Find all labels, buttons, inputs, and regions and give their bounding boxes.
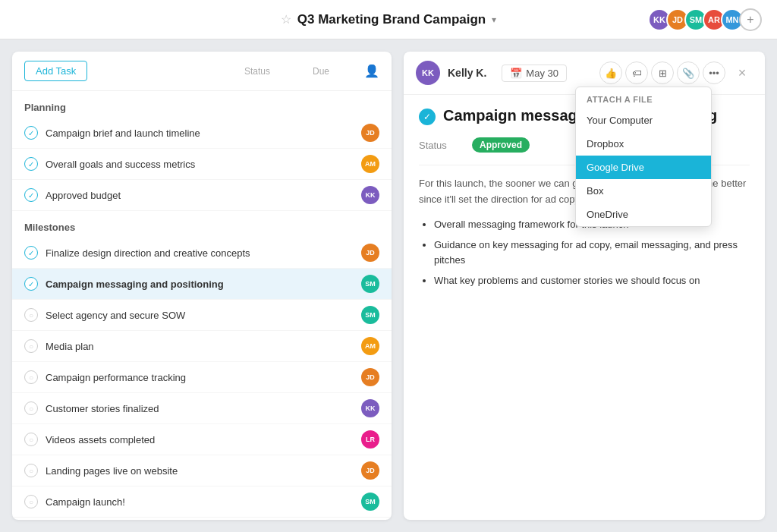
attach-file-dropdown: ATTACH A FILE Your Computer Dropbox Goog… [575,87,712,227]
task-row[interactable]: ✓ Approved budget KK [12,180,392,211]
task-row[interactable]: ○ Customer stories finalized KK [12,393,392,424]
task-row[interactable]: ✓ Campaign brief and launch timeline JD [12,118,392,149]
page-title: Q3 Marketing Brand Campaign [297,12,486,27]
task-detail-panel: KK Kelly K. 📅 May 30 👍 🏷 ⊞ 📎 ••• × ✓ Cam… [404,52,765,520]
task-row[interactable]: ○ Select agency and secure SOW SM [12,300,392,331]
tag-button[interactable]: 🏷 [625,61,648,84]
add-task-button[interactable]: Add Task [24,61,87,81]
add-member-button[interactable]: + [739,8,762,31]
task-name: Media plan [46,341,361,352]
like-button[interactable]: 👍 [599,61,622,84]
complete-check-icon[interactable]: ✓ [419,109,436,125]
task-row[interactable]: ○ Campaign launch! SM [12,486,392,518]
due-column-header: Due [313,66,352,77]
attach-button[interactable]: 📎 [677,61,700,84]
task-row-active[interactable]: ✓ Campaign messaging and positioning SM [12,269,392,300]
task-row[interactable]: ✓ Overall goals and success metrics AM [12,149,392,180]
task-name: Campaign brief and launch timeline [46,127,361,139]
date-badge[interactable]: 📅 May 30 [502,65,567,82]
task-row[interactable]: ○ Campaign performance tracking JD [12,362,392,393]
avatar: AM [361,155,379,173]
task-name: Campaign launch! [46,496,361,508]
avatar: AM [361,337,379,355]
status-badge: Approved [472,137,530,153]
list-item: Guidance on key messaging for ad copy, e… [434,238,750,267]
task-list-header: Add Task Status Due 👤 [12,52,392,91]
top-header: ☆ Q3 Marketing Brand Campaign ▾ KK JD SM… [0,0,777,39]
section-milestones: Milestones [12,211,392,238]
dropdown-item-onedrive[interactable]: OneDrive [576,203,711,226]
icon-toolbar: 👍 🏷 ⊞ 📎 ••• × [599,61,753,84]
check-icon[interactable]: ○ [24,433,38,446]
assign-icon[interactable]: 👤 [364,64,379,78]
chevron-down-icon[interactable]: ▾ [492,14,496,25]
dropdown-item-dropbox[interactable]: Dropbox [576,132,711,156]
avatar: KK [361,399,379,417]
check-icon[interactable]: ○ [24,370,38,384]
dropdown-item-box[interactable]: Box [576,179,711,203]
avatar-group: KK JD SM AR MN + [648,8,762,31]
close-button[interactable]: × [731,62,753,83]
task-name: Campaign performance tracking [46,372,361,383]
avatar: JD [361,461,379,480]
dropdown-item-googledrive[interactable]: Google Drive [576,156,711,179]
status-column-header: Status [244,66,300,77]
avatar: KK [361,186,379,204]
task-row[interactable]: ✓ Finalize design direction and creative… [12,238,392,269]
check-icon[interactable]: ✓ [24,157,38,171]
task-name: Finalize design direction and creative c… [46,247,361,259]
star-icon[interactable]: ☆ [281,12,291,27]
list-item: What key problems and customer stories w… [434,273,750,288]
date-label: May 30 [526,68,558,79]
check-icon[interactable]: ○ [24,464,38,477]
task-name: Select agency and secure SOW [46,310,361,321]
avatar: LR [361,430,379,449]
task-name: Landing pages live on website [46,465,361,477]
task-name: Approved budget [46,190,361,201]
dropdown-header: ATTACH A FILE [576,87,711,109]
check-icon[interactable]: ○ [24,339,38,353]
avatar: JD [361,244,379,262]
check-icon[interactable]: ✓ [24,126,38,140]
dropdown-item-computer[interactable]: Your Computer [576,109,711,132]
check-icon[interactable]: ✓ [24,277,38,291]
avatar: SM [361,306,379,324]
task-name: Overall goals and success metrics [46,159,361,170]
bullet-list: Overall messaging framework for this lau… [419,217,750,288]
avatar: JD [361,124,379,142]
task-name: Campaign messaging and positioning [46,279,361,290]
task-row[interactable]: ○ Landing pages live on website JD [12,455,392,486]
header-title-area: ☆ Q3 Marketing Brand Campaign ▾ [281,12,496,27]
calendar-icon: 📅 [510,68,522,79]
check-icon[interactable]: ✓ [24,188,38,202]
avatar: SM [361,493,379,511]
check-icon[interactable]: ○ [24,308,38,322]
user-name: Kelly K. [448,67,486,79]
main-content: Add Task Status Due 👤 Planning ✓ Campaig… [0,39,777,532]
task-row[interactable]: ○ Videos assets completed LR [12,424,392,455]
avatar: JD [361,368,379,386]
task-list-panel: Add Task Status Due 👤 Planning ✓ Campaig… [12,52,392,520]
avatar: SM [361,275,379,293]
task-row[interactable]: ○ Media plan AM [12,331,392,362]
avatar: KK [416,61,440,85]
status-label: Status [419,140,464,151]
check-icon[interactable]: ○ [24,401,38,415]
check-icon[interactable]: ○ [24,495,38,508]
section-planning: Planning [12,91,392,118]
task-list: Planning ✓ Campaign brief and launch tim… [12,91,392,520]
check-icon[interactable]: ✓ [24,246,38,260]
more-button[interactable]: ••• [703,61,725,84]
grid-button[interactable]: ⊞ [651,61,674,84]
task-name: Videos assets completed [46,434,361,445]
task-name: Customer stories finalized [46,403,361,414]
